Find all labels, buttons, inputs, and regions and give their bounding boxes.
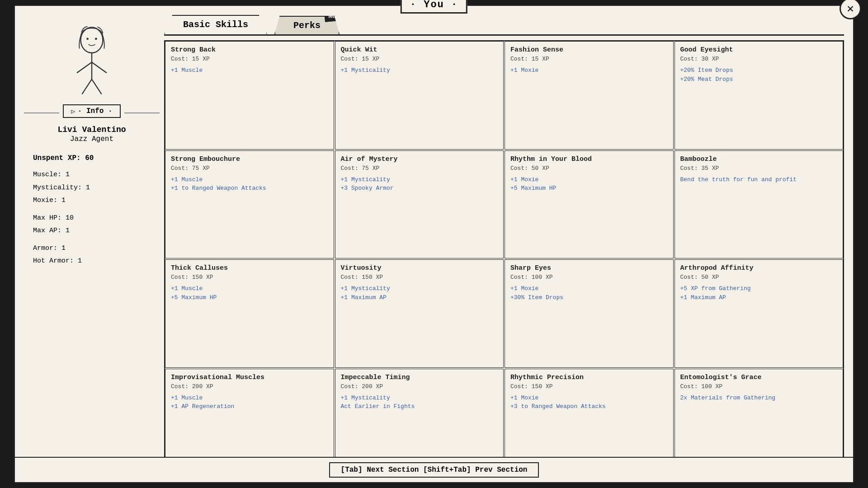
svg-line-7 bbox=[82, 79, 92, 94]
main-window: · You · ✕ bbox=[14, 5, 854, 483]
skill-cost-9: Cost: 150 XP bbox=[341, 274, 498, 281]
skill-effects-0: +1 Muscle bbox=[171, 66, 328, 75]
skill-name-8: Thick Calluses bbox=[171, 264, 328, 272]
skill-name-14: Rhythmic Precision bbox=[510, 374, 668, 381]
skill-effects-14: +1 Moxie+3 to Ranged Weapon Attacks bbox=[510, 394, 668, 411]
skill-effects-3: +20% Item Drops+20% Meat Drops bbox=[680, 66, 838, 84]
skill-effects-15: 2x Materials from Gathering bbox=[680, 394, 838, 403]
armor-stats: Armor: 1 Hot Armor: 1 bbox=[33, 242, 160, 268]
skill-cost-14: Cost: 150 XP bbox=[510, 383, 668, 390]
tab-basic-skills[interactable]: Basic Skills bbox=[164, 15, 267, 34]
derived-stats: Max HP: 10 Max AP: 1 bbox=[33, 212, 160, 238]
skill-name-9: Virtuosity bbox=[341, 264, 498, 272]
skill-cost-3: Cost: 30 XP bbox=[680, 56, 838, 62]
skill-cost-4: Cost: 75 XP bbox=[171, 165, 328, 172]
skill-effects-11: +5 XP from Gathering+1 Maximum AP bbox=[680, 284, 838, 302]
skill-effects-13: +1 MysticalityAct Earlier in Fights bbox=[341, 394, 498, 411]
skill-name-4: Strong Embouchure bbox=[171, 155, 328, 163]
skill-name-5: Air of Mystery bbox=[341, 155, 498, 163]
skill-cost-13: Cost: 200 XP bbox=[341, 383, 498, 390]
skill-effects-1: +1 Mysticality bbox=[341, 66, 498, 75]
tab-bar: Basic Skills Perks NEW bbox=[164, 10, 844, 34]
stat-mysticality: Mysticality: 1 bbox=[33, 182, 160, 195]
stat-maxap: Max AP: 1 bbox=[33, 225, 160, 238]
skill-card-0[interactable]: Strong BackCost: 15 XP+1 Muscle bbox=[165, 41, 334, 150]
skill-cost-15: Cost: 100 XP bbox=[680, 383, 838, 390]
keyboard-hint: [Tab] Next Section [Shift+Tab] Prev Sect… bbox=[329, 462, 539, 478]
skill-cost-2: Cost: 15 XP bbox=[510, 56, 668, 62]
tab-divider bbox=[164, 34, 844, 36]
skill-card-11[interactable]: Arthropod AffinityCost: 50 XP+5 XP from … bbox=[675, 259, 844, 368]
skill-name-6: Rhythm in Your Blood bbox=[510, 155, 668, 163]
skill-effects-9: +1 Mysticality+1 Maximum AP bbox=[341, 284, 498, 302]
skill-card-6[interactable]: Rhythm in Your BloodCost: 50 XP+1 Moxie+… bbox=[505, 150, 674, 259]
skill-card-9[interactable]: VirtuosityCost: 150 XP+1 Mysticality+1 M… bbox=[335, 259, 504, 368]
stat-hot-armor: Hot Armor: 1 bbox=[33, 255, 160, 268]
close-button[interactable]: ✕ bbox=[840, 0, 861, 19]
skill-effects-5: +1 Mysticality+3 Spooky Armor bbox=[341, 175, 498, 193]
skill-card-3[interactable]: Good EyesightCost: 30 XP+20% Item Drops+… bbox=[675, 41, 844, 150]
info-button[interactable]: · Info · bbox=[63, 104, 120, 118]
skill-card-2[interactable]: Fashion SenseCost: 15 XP+1 Moxie bbox=[505, 41, 674, 150]
skill-name-7: Bamboozle bbox=[680, 155, 838, 163]
skill-cost-12: Cost: 200 XP bbox=[171, 383, 328, 390]
skill-card-7[interactable]: BamboozleCost: 35 XPBend the truth for f… bbox=[675, 150, 844, 259]
stat-muscle: Muscle: 1 bbox=[33, 169, 160, 182]
unspent-xp: Unspent XP: 60 bbox=[33, 151, 160, 165]
svg-point-1 bbox=[86, 38, 89, 40]
skill-cost-6: Cost: 50 XP bbox=[510, 165, 668, 172]
skill-cost-1: Cost: 15 XP bbox=[341, 56, 498, 62]
skill-card-1[interactable]: Quick WitCost: 15 XP+1 Mysticality bbox=[335, 41, 504, 150]
skill-card-5[interactable]: Air of MysteryCost: 75 XP+1 Mysticality+… bbox=[335, 150, 504, 259]
skill-card-8[interactable]: Thick CallusesCost: 150 XP+1 Muscle+5 Ma… bbox=[165, 259, 334, 368]
stats-section: Unspent XP: 60 Muscle: 1 Mysticality: 1 … bbox=[24, 151, 160, 272]
skill-name-2: Fashion Sense bbox=[510, 46, 668, 54]
skill-name-11: Arthropod Affinity bbox=[680, 264, 838, 272]
skill-card-4[interactable]: Strong EmbouchureCost: 75 XP+1 Muscle+1 … bbox=[165, 150, 334, 259]
skill-cost-11: Cost: 50 XP bbox=[680, 274, 838, 281]
skill-name-1: Quick Wit bbox=[341, 46, 498, 54]
character-name: Livi Valentino bbox=[57, 125, 126, 134]
skill-name-0: Strong Back bbox=[171, 46, 328, 54]
skill-name-13: Impeccable Timing bbox=[341, 374, 498, 381]
stat-armor: Armor: 1 bbox=[33, 242, 160, 255]
skill-effects-12: +1 Muscle+1 AP Regeneration bbox=[171, 394, 328, 411]
svg-point-2 bbox=[95, 38, 97, 40]
content-area: · Info · Livi Valentino Jazz Agent Unspe… bbox=[15, 6, 853, 482]
primary-stats: Muscle: 1 Mysticality: 1 Moxie: 1 bbox=[33, 169, 160, 207]
bottom-bar: [Tab] Next Section [Shift+Tab] Prev Sect… bbox=[15, 457, 853, 482]
skill-name-15: Entomologist's Grace bbox=[680, 374, 838, 381]
skill-cost-0: Cost: 15 XP bbox=[171, 56, 328, 62]
new-badge: NEW bbox=[324, 9, 344, 22]
skill-effects-10: +1 Moxie+30% Item Drops bbox=[510, 284, 668, 302]
skill-cost-5: Cost: 75 XP bbox=[341, 165, 498, 172]
skill-effects-4: +1 Muscle+1 to Ranged Weapon Attacks bbox=[171, 175, 328, 193]
skill-name-12: Improvisational Muscles bbox=[171, 374, 328, 381]
skill-cost-7: Cost: 35 XP bbox=[680, 165, 838, 172]
skill-name-10: Sharp Eyes bbox=[510, 264, 668, 272]
skill-card-10[interactable]: Sharp EyesCost: 100 XP+1 Moxie+30% Item … bbox=[505, 259, 674, 368]
sidebar: · Info · Livi Valentino Jazz Agent Unspe… bbox=[19, 10, 160, 478]
svg-line-6 bbox=[92, 62, 107, 73]
skill-effects-6: +1 Moxie+5 Maximum HP bbox=[510, 175, 668, 193]
title-badge: · You · bbox=[401, 0, 467, 14]
main-area: Basic Skills Perks NEW Strong BackCost: … bbox=[160, 10, 849, 478]
svg-line-8 bbox=[92, 79, 102, 94]
character-class: Jazz Agent bbox=[70, 135, 113, 143]
svg-line-5 bbox=[77, 62, 92, 73]
skills-grid: Strong BackCost: 15 XP+1 MuscleQuick Wit… bbox=[164, 40, 844, 478]
skill-effects-2: +1 Moxie bbox=[510, 66, 668, 75]
character-figure bbox=[62, 24, 121, 96]
svg-point-0 bbox=[81, 28, 103, 53]
stat-moxie: Moxie: 1 bbox=[33, 194, 160, 207]
skill-cost-8: Cost: 150 XP bbox=[171, 274, 328, 281]
skill-cost-10: Cost: 100 XP bbox=[510, 274, 668, 281]
tab-perks[interactable]: Perks NEW bbox=[274, 16, 340, 34]
stat-maxhp: Max HP: 10 bbox=[33, 212, 160, 225]
skill-name-3: Good Eyesight bbox=[680, 46, 838, 54]
skill-effects-7: Bend the truth for fun and profit bbox=[680, 175, 838, 184]
skill-effects-8: +1 Muscle+5 Maximum HP bbox=[171, 284, 328, 302]
